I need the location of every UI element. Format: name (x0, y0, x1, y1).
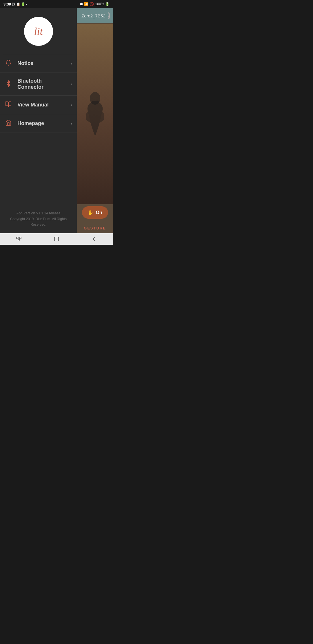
clipboard-icon: 📋 (16, 2, 20, 6)
main-wrapper: lit Notice › (0, 8, 113, 233)
svg-rect-1 (17, 237, 18, 239)
nav-home-button[interactable] (38, 233, 75, 245)
nav-menu-button[interactable] (0, 233, 38, 245)
bluetooth-label: Bluetooth Connector (17, 78, 65, 90)
device-name: Zero2_7B52 (81, 13, 105, 18)
status-bar: 3:39 🖼 📋 🔋 • ✱ 📶 🚫 100% 🔋 (0, 0, 113, 8)
logo-circle: lit (24, 17, 53, 46)
manual-arrow: › (71, 102, 72, 108)
menu-list: Notice › Bluetooth Connector › (0, 54, 77, 205)
nav-menu-icon (16, 237, 22, 241)
battery-icon: 🔋 (105, 2, 110, 6)
dot-icon: • (26, 2, 27, 6)
notice-arrow: › (71, 61, 72, 66)
footer-copyright: Copyright 2019. BlueTium. All Rights Res… (3, 216, 73, 227)
gesture-hand-icon: ✋ (88, 210, 93, 215)
notice-label: Notice (17, 60, 65, 66)
notice-icon (5, 59, 12, 67)
manual-label: View Manual (17, 102, 65, 108)
gesture-section-label: GESTURE (84, 226, 106, 230)
menu-item-bluetooth[interactable]: Bluetooth Connector › (0, 73, 77, 96)
menu-item-manual[interactable]: View Manual › (0, 96, 77, 114)
homepage-label: Homepage (17, 120, 65, 126)
bluetooth-icon (5, 80, 12, 88)
person-image (77, 24, 113, 204)
bluetooth-arrow: › (71, 82, 72, 87)
wifi-icon: 📶 (84, 2, 88, 6)
svg-rect-4 (54, 237, 59, 241)
svg-rect-2 (19, 237, 21, 239)
battery-small-icon: 🔋 (21, 2, 25, 6)
bottom-nav (0, 233, 113, 245)
svg-rect-3 (18, 239, 20, 241)
drawer-footer: App Version V1.1.14 release Copyright 20… (0, 205, 77, 233)
gesture-on-label: On (96, 210, 102, 215)
battery-percent: 100% (95, 2, 104, 6)
homepage-arrow: › (71, 121, 72, 126)
bluetooth-status-icon: ✱ (80, 2, 83, 6)
menu-item-notice[interactable]: Notice › (0, 54, 77, 73)
person-silhouette (83, 91, 107, 138)
device-card[interactable]: Zero2_7B52 i (77, 8, 113, 23)
photo-icon: 🖼 (12, 2, 15, 6)
status-right: ✱ 📶 🚫 100% 🔋 (80, 2, 110, 6)
nav-back-button[interactable] (75, 233, 113, 245)
alarm-icon: 🚫 (90, 2, 94, 6)
gesture-on-button[interactable]: ✋ On (82, 206, 108, 219)
footer-version: App Version V1.1.14 release (3, 211, 73, 216)
status-left: 3:39 🖼 📋 🔋 • (3, 2, 27, 6)
logo-text: lit (34, 26, 43, 37)
side-drawer: lit Notice › (0, 8, 77, 233)
logo-area: lit (0, 8, 77, 54)
nav-back-icon (92, 237, 97, 241)
device-info-icon[interactable]: i (108, 12, 110, 19)
nav-home-icon (54, 236, 59, 242)
status-icons: 🖼 📋 🔋 • (12, 2, 27, 6)
manual-icon (5, 101, 12, 109)
right-panel: Zero2_7B52 i ✋ On GESTURE (77, 8, 113, 233)
menu-item-homepage[interactable]: Homepage › (0, 114, 77, 133)
home-icon (5, 120, 12, 127)
status-time: 3:39 (3, 2, 11, 6)
